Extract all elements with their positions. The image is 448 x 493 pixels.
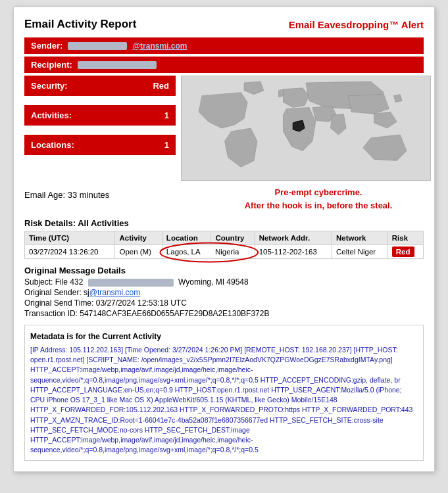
sender-bar: Sender: @transmi.com: [24, 37, 424, 54]
col-risk: Risk: [387, 231, 423, 245]
security-value: Red: [153, 81, 169, 91]
cell-country: Nigeria: [211, 245, 255, 259]
metadata-title: Metadata is for the Current Activity: [30, 331, 418, 342]
col-time: Time (UTC): [25, 231, 115, 245]
pre-empt-line1: Pre-empt cybercrime.: [213, 186, 424, 199]
col-network: Network: [332, 231, 388, 245]
security-label: Security:: [31, 81, 68, 91]
cell-risk: Red: [387, 245, 423, 259]
header-row: Email Activity Report Email Eavesdroppin…: [24, 18, 424, 31]
col-location: Location: [162, 231, 211, 245]
sender-blurred: [68, 42, 127, 50]
sender-line: Original Sender: sj@transmi.com: [24, 288, 424, 297]
metadata-box: Metadata is for the Current Activity [IP…: [24, 325, 424, 461]
recipient-blurred: [78, 61, 157, 69]
pre-empt-line2: After the hook is in, before the steal.: [213, 199, 424, 212]
metadata-content: [IP Address: 105.112.202.163] [Time Open…: [30, 345, 418, 455]
col-country: Country: [211, 231, 255, 245]
cell-network_addr: 105-112-202-163: [255, 245, 332, 259]
table-row: 03/27/2024 13:26:20Open (M)Lagos, LANige…: [25, 245, 424, 259]
sender-label: Sender:: [31, 41, 62, 51]
subject-line: Subject: File 432 Wyoming, MI 49548: [24, 277, 424, 287]
subject-blurred: [88, 279, 174, 287]
email-age: Email Age: 33 minutes: [24, 190, 109, 200]
col-network-addr: Network Addr.: [255, 231, 332, 245]
locations-value: 1: [164, 140, 169, 150]
activities-bar: Activities: 1: [24, 105, 176, 126]
table-body: 03/27/2024 13:26:20Open (M)Lagos, LANige…: [25, 245, 424, 259]
info-bars: Security: Red Activities: 1 Locations: 1: [24, 76, 176, 181]
alert-title: Email Eavesdropping™ Alert: [289, 19, 424, 30]
activities-value: 1: [164, 110, 169, 120]
cell-location: Lagos, LA: [162, 245, 211, 259]
age-preempt-row: Email Age: 33 minutes Pre-empt cybercrim…: [24, 186, 424, 212]
cell-time: 03/27/2024 13:26:20: [25, 245, 115, 259]
original-message-title: Original Message Details: [24, 266, 424, 275]
pre-empt-text: Pre-empt cybercrime. After the hook is i…: [213, 186, 424, 212]
locations-label: Locations:: [31, 140, 74, 150]
page-container: Email Activity Report Email Eavesdroppin…: [13, 7, 435, 472]
security-bar: Security: Red: [24, 76, 176, 96]
subject-prefix: Subject: File 432: [24, 277, 83, 287]
original-sender-prefix: Original Sender: sj: [24, 288, 89, 297]
risk-table: Time (UTC) Activity Location Country Net…: [24, 231, 424, 259]
world-map: [181, 76, 431, 181]
original-message-section: Original Message Details Subject: File 4…: [24, 266, 424, 318]
info-map-section: Security: Red Activities: 1 Locations: 1: [24, 76, 424, 181]
subject-suffix: Wyoming, MI 49548: [178, 277, 249, 287]
activities-label: Activities:: [31, 110, 72, 120]
original-sender-link[interactable]: @transmi.com: [89, 288, 141, 297]
cell-network: Celtel Niger: [332, 245, 388, 259]
page-title: Email Activity Report: [24, 18, 136, 31]
cell-activity: Open (M): [115, 245, 162, 259]
transaction-id-line: Transaction ID: 547148CAF3EAE66D0655AF7E…: [24, 309, 424, 318]
table-header-row: Time (UTC) Activity Location Country Net…: [25, 231, 424, 245]
col-activity: Activity: [115, 231, 162, 245]
map-section: [181, 76, 431, 181]
locations-bar: Locations: 1: [24, 135, 176, 155]
risk-section-title: Risk Details: All Activities: [24, 218, 424, 228]
recipient-label: Recipient:: [31, 60, 72, 70]
recipient-bar: Recipient:: [24, 57, 424, 73]
send-time-line: Original Send Time: 03/27/2024 12:53:18 …: [24, 298, 424, 308]
sender-domain[interactable]: @transmi.com: [132, 41, 187, 51]
